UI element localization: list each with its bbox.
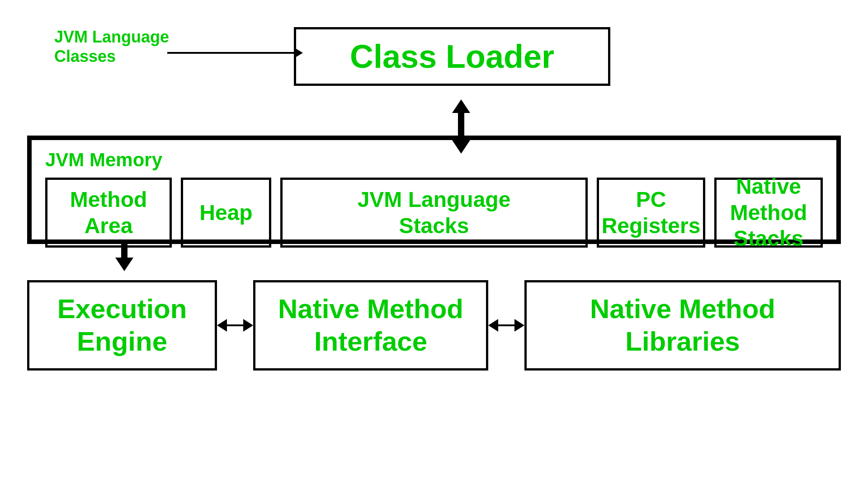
top-section: JVM LanguageClasses Class Loader: [27, 14, 841, 99]
native-method-libraries-box: Native MethodLibraries: [524, 280, 841, 371]
diagram-container: JVM LanguageClasses Class Loader JVM Mem…: [0, 0, 868, 488]
arrow-execution-to-nmi: [217, 319, 253, 332]
bottom-boxes-row: ExecutionEngine Native MethodInterface N…: [27, 280, 841, 371]
pc-registers-label: PCRegisters: [602, 187, 701, 239]
class-loader-label: Class Loader: [350, 38, 554, 75]
jvm-language-stacks-box: JVM LanguageStacks: [280, 178, 588, 248]
jvm-language-classes-label: JVM LanguageClasses: [54, 27, 169, 66]
jvm-memory-label: JVM Memory: [45, 149, 823, 171]
arrow-head-down-bottom: [115, 258, 133, 271]
arrow-h-line-2: [498, 324, 514, 326]
memory-items: MethodArea Heap JVM LanguageStacks PCReg…: [45, 178, 823, 248]
arrow-to-class-loader: [167, 47, 303, 58]
method-area-box: MethodArea: [45, 178, 172, 248]
arrow-head-right: [243, 319, 253, 332]
shaft-mid: [121, 251, 127, 258]
jvm-language-stacks-label: JVM LanguageStacks: [358, 187, 511, 239]
jvm-memory-box: JVM Memory MethodArea Heap JVM LanguageS…: [27, 136, 841, 244]
vertical-arrow-top: [27, 99, 841, 136]
arrow-h-line: [227, 324, 243, 326]
arrow-nmi-to-nml: [488, 319, 524, 332]
native-method-stacks-label: NativeMethodStacks: [730, 174, 807, 252]
method-area-label: MethodArea: [70, 187, 147, 239]
execution-engine-label: ExecutionEngine: [57, 293, 187, 358]
native-method-libraries-label: Native MethodLibraries: [590, 293, 775, 358]
execution-engine-box: ExecutionEngine: [27, 280, 217, 371]
native-method-interface-box: Native MethodInterface: [253, 280, 488, 371]
class-loader-box: Class Loader: [294, 27, 610, 86]
arrow-head-left-2: [488, 319, 498, 332]
arrow-head-left: [217, 319, 227, 332]
shaft-top: [121, 244, 127, 251]
heap-label: Heap: [199, 200, 252, 226]
arrow-head-up: [452, 99, 470, 113]
native-method-interface-label: Native MethodInterface: [278, 293, 463, 358]
heap-box: Heap: [181, 178, 271, 248]
arrow-shaft-top: [458, 113, 464, 127]
native-method-stacks-box: NativeMethodStacks: [714, 178, 823, 248]
bottom-section: ExecutionEngine Native MethodInterface N…: [27, 244, 841, 357]
pc-registers-box: PCRegisters: [597, 178, 705, 248]
arrow-line: [167, 52, 294, 54]
arrow-head-right-2: [514, 319, 524, 332]
vertical-arrow-bottom: [115, 244, 133, 271]
